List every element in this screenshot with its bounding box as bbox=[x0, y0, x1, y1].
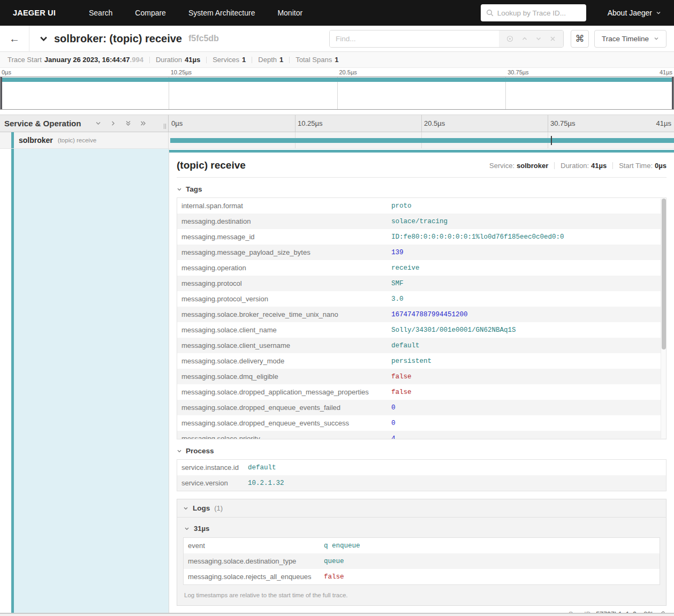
tick-label: 30.75µs bbox=[508, 69, 528, 75]
tags-section-header[interactable]: Tags bbox=[177, 185, 667, 193]
about-jaeger-menu[interactable]: About Jaeger bbox=[608, 9, 661, 17]
timeline-tick-row: 0µs 10.25µs 20.5µs 30.75µs 41µs bbox=[169, 115, 674, 132]
logs-section-header[interactable]: Logs (1) bbox=[177, 499, 666, 518]
service-value: solbroker bbox=[517, 162, 548, 170]
gridline bbox=[421, 115, 422, 132]
chevron-down-icon bbox=[654, 36, 659, 41]
logs-note: Log timestamps are relative to the start… bbox=[183, 585, 660, 605]
tick-label: 41µs bbox=[660, 69, 672, 75]
trace-id-input[interactable] bbox=[497, 9, 581, 17]
deep-link-icon[interactable] bbox=[658, 611, 665, 613]
tags-table-scrollbar[interactable] bbox=[661, 199, 666, 438]
log-event-marker[interactable] bbox=[551, 136, 552, 145]
clear-find-icon[interactable] bbox=[550, 36, 556, 42]
tag-row: messaging.destination solace/tracing bbox=[177, 214, 666, 229]
process-value: default bbox=[248, 464, 276, 471]
tag-key: messaging.solace.dropped_enqueue_events_… bbox=[177, 404, 391, 412]
tag-value: Solly/34301/001e0001/GN62NBAq1S bbox=[391, 326, 516, 334]
services-value: 1 bbox=[242, 56, 246, 64]
process-row: service.instance.id default bbox=[177, 460, 666, 475]
trace-start-value: January 26 2023, 16:44:47 bbox=[44, 56, 130, 64]
span-name-cell[interactable]: solbroker (topic) receive bbox=[0, 132, 169, 148]
process-section: Process service.instance.id default serv… bbox=[177, 447, 667, 491]
logs-section: Logs (1) 31µs event bbox=[177, 499, 667, 606]
tag-value: 0 bbox=[391, 420, 396, 427]
depth-label: Depth bbox=[258, 56, 277, 64]
logs-count: (1) bbox=[214, 504, 223, 512]
total-spans-value: 1 bbox=[335, 56, 338, 64]
tag-value: default bbox=[391, 342, 420, 349]
next-match-icon[interactable] bbox=[535, 35, 542, 42]
service-operation-column-header: Service & Operation bbox=[0, 115, 169, 132]
tag-key: messaging.protocol bbox=[177, 279, 391, 287]
trace-id-lookup[interactable] bbox=[481, 4, 586, 21]
trace-view-label: Trace Timeline bbox=[602, 35, 649, 43]
log-entry-timestamp: 31µs bbox=[194, 524, 209, 533]
span-detail-panel: (topic) receive Service: solbroker Durat… bbox=[169, 149, 674, 613]
selected-span-highlight bbox=[14, 149, 169, 613]
tag-value: ID:fe80:0:0:0:0:0:0:1%lo0d76f185eec0c0ed… bbox=[391, 233, 564, 241]
tag-value: receive bbox=[391, 264, 420, 272]
tag-key: messaging.operation bbox=[177, 264, 391, 272]
top-navbar: JAEGER UI SearchCompareSystem Architectu… bbox=[0, 0, 674, 26]
span-row[interactable]: solbroker (topic) receive bbox=[0, 132, 674, 149]
nav-item[interactable]: Monitor bbox=[277, 9, 302, 17]
tag-value: false bbox=[391, 389, 412, 396]
span-duration-bar[interactable] bbox=[170, 138, 674, 143]
total-spans-label: Total Spans bbox=[296, 56, 332, 64]
focus-match-icon[interactable] bbox=[506, 35, 513, 42]
column-resize-grip[interactable] bbox=[164, 124, 166, 129]
collapse-chevron-icon[interactable] bbox=[39, 34, 48, 43]
trace-view-dropdown[interactable]: Trace Timeline bbox=[594, 30, 667, 48]
tag-row: messaging.solace.delivery_mode persisten… bbox=[177, 353, 666, 369]
divider bbox=[149, 57, 150, 63]
expand-all-icon[interactable] bbox=[140, 120, 147, 127]
log-entry-header[interactable]: 31µs bbox=[184, 524, 660, 533]
expand-one-icon[interactable] bbox=[110, 120, 117, 127]
minimap-right-handle[interactable] bbox=[672, 77, 673, 109]
keyboard-shortcuts-button[interactable]: ⌘ bbox=[571, 30, 589, 48]
span-detail-row: (topic) receive Service: solbroker Durat… bbox=[0, 149, 674, 613]
tag-key: messaging.solace.client_username bbox=[177, 341, 391, 349]
span-detail-left-column[interactable] bbox=[0, 149, 169, 613]
process-key: service.version bbox=[177, 479, 248, 487]
scrollbar-thumb[interactable] bbox=[662, 199, 666, 349]
spacer bbox=[0, 110, 674, 115]
nav-item[interactable]: Compare bbox=[135, 9, 166, 17]
tag-row: messaging.solace.dropped_application_mes… bbox=[177, 384, 666, 400]
collapse-all-icon[interactable] bbox=[125, 120, 132, 127]
page-bottom-edge bbox=[0, 613, 674, 616]
service-label: Service: bbox=[489, 162, 514, 170]
about-jaeger-label: About Jaeger bbox=[608, 9, 652, 17]
logs-body: 31µs event q enqueue messaging.solace.de… bbox=[177, 518, 666, 605]
minimap-left-handle[interactable] bbox=[1, 77, 2, 109]
trace-header: ← solbroker: (topic) receive f5fc5db bbox=[0, 26, 674, 52]
duration-value: 41µs bbox=[185, 56, 200, 64]
find-input[interactable] bbox=[330, 31, 499, 47]
search-icon bbox=[486, 9, 494, 17]
process-row: service.version 10.2.1.32 bbox=[177, 475, 666, 491]
nav-item[interactable]: Search bbox=[89, 9, 112, 17]
tag-value: solace/tracing bbox=[391, 218, 448, 225]
tag-row: messaging.solace.dropped_enqueue_events_… bbox=[177, 400, 666, 415]
span-color-accent bbox=[11, 132, 14, 148]
chevron-down-icon bbox=[184, 526, 190, 531]
minimap-canvas[interactable] bbox=[0, 77, 674, 110]
app-brand[interactable]: JAEGER UI bbox=[13, 9, 56, 17]
span-bar-cell[interactable] bbox=[169, 132, 674, 148]
process-section-header[interactable]: Process bbox=[177, 447, 667, 455]
tag-row: messaging.solace.client_name Solly/34301… bbox=[177, 322, 666, 338]
minimap-span-bar bbox=[1, 78, 673, 82]
tag-value: SMF bbox=[391, 280, 404, 287]
tag-row: messaging.solace.client_username default bbox=[177, 338, 666, 353]
back-button[interactable]: ← bbox=[0, 26, 29, 51]
duration-label: Duration bbox=[156, 56, 182, 64]
tag-key: messaging.destination bbox=[177, 217, 391, 225]
tick-label: 20.5µs bbox=[339, 69, 357, 75]
minimap-tick-labels: 0µs 10.25µs 20.5µs 30.75µs 41µs bbox=[0, 68, 674, 77]
nav-item[interactable]: System Architecture bbox=[188, 9, 255, 17]
trace-title: solbroker: (topic) receive bbox=[54, 33, 182, 45]
prev-match-icon[interactable] bbox=[521, 35, 528, 42]
collapse-one-icon[interactable] bbox=[95, 120, 102, 127]
span-detail-card: (topic) receive Service: solbroker Durat… bbox=[169, 153, 674, 613]
